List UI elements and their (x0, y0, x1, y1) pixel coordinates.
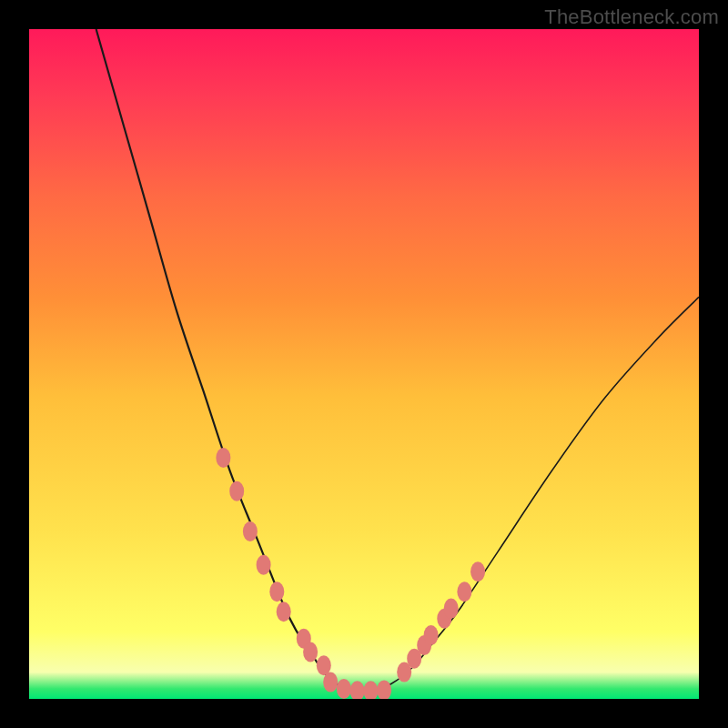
chart-svg (29, 29, 699, 699)
watermark-text: TheBottleneck.com (544, 5, 719, 29)
data-point (303, 642, 318, 662)
data-point (457, 581, 471, 602)
data-point (257, 555, 271, 575)
points-group (216, 448, 485, 699)
data-point (424, 625, 439, 645)
data-point (277, 602, 291, 622)
data-point (377, 680, 391, 699)
chart-stage: TheBottleneck.com (0, 0, 728, 728)
data-point (470, 561, 485, 581)
data-point (229, 481, 244, 501)
data-point (444, 599, 459, 619)
data-point (243, 521, 258, 541)
data-point (323, 672, 338, 693)
right-branch-curve (364, 297, 699, 692)
data-point (363, 681, 378, 699)
curve-group (96, 29, 699, 693)
data-point (337, 679, 351, 699)
data-point (216, 448, 230, 468)
plot-area (29, 29, 699, 699)
data-point (350, 681, 365, 699)
data-point (269, 581, 284, 602)
left-branch-curve (96, 29, 364, 693)
